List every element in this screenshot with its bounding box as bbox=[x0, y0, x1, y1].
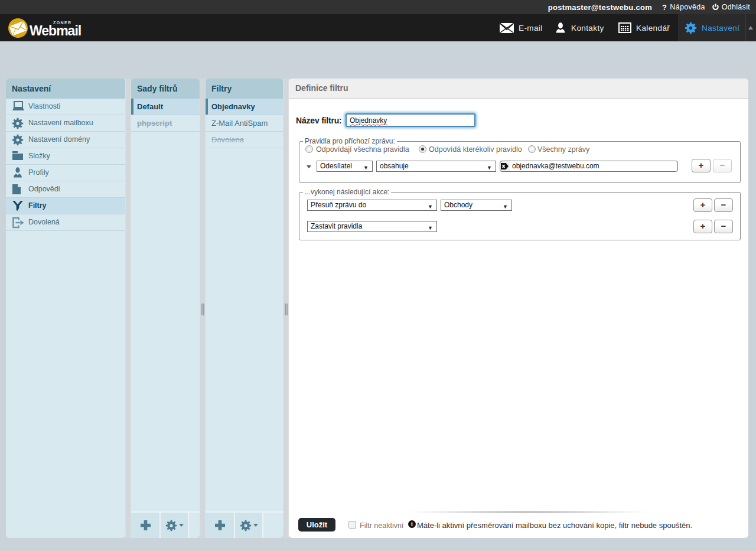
svg-text:i: i bbox=[411, 521, 413, 527]
